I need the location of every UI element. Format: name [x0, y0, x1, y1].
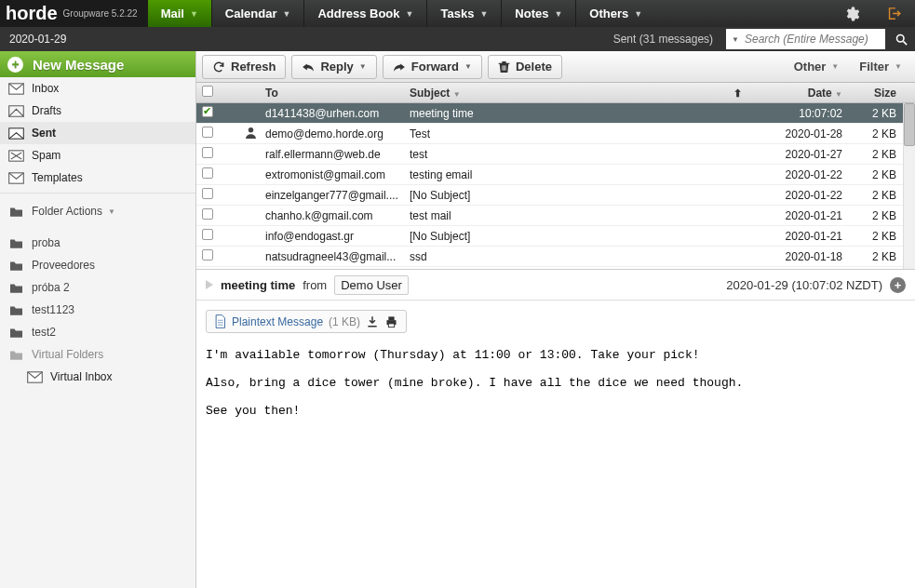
row-checkbox[interactable]: [202, 208, 213, 220]
row-to: d1411438@urhen.com: [260, 107, 404, 120]
mailbox-templates[interactable]: Templates: [0, 167, 195, 189]
nav-notes[interactable]: Notes▼: [501, 0, 575, 27]
folder-proveedores[interactable]: Proveedores: [0, 254, 195, 276]
nav-calendar[interactable]: Calendar▼: [211, 0, 304, 27]
row-checkbox[interactable]: [202, 167, 213, 179]
row-to: chanho.k@gmail.com: [260, 209, 404, 222]
chevron-down-icon: ▼: [406, 9, 414, 19]
folder-actions[interactable]: Folder Actions ▼: [0, 200, 195, 222]
col-to[interactable]: To: [260, 87, 404, 100]
other-menu[interactable]: Other▼: [787, 60, 847, 74]
chevron-down-icon: ▼: [282, 9, 290, 19]
folder-test1123[interactable]: test1123: [0, 299, 195, 321]
download-icon[interactable]: [366, 315, 379, 328]
search-dropdown-icon[interactable]: ▼: [732, 35, 739, 44]
row-checkbox[interactable]: [202, 249, 213, 261]
mailbox-drafts[interactable]: Drafts: [0, 100, 195, 122]
folder-próba 2[interactable]: próba 2: [0, 276, 195, 299]
message-row[interactable]: natsudragneel43@gmail... ssd 2020-01-18 …: [196, 247, 915, 267]
svg-point-0: [896, 34, 904, 42]
row-size: 2 KB: [848, 127, 902, 140]
attachment-label: Plaintext Message: [232, 315, 323, 328]
message-row[interactable]: demo@demo.horde.org Test 2020-01-28 2 KB: [196, 124, 915, 144]
sent-icon: [7, 127, 24, 140]
virtual-folders[interactable]: Virtual Folders: [0, 343, 195, 366]
row-subject: meeting time: [404, 107, 721, 120]
mailbox-spam[interactable]: Spam: [0, 144, 195, 167]
refresh-button[interactable]: Refresh: [202, 55, 286, 79]
chevron-down-icon: ▼: [453, 90, 461, 99]
row-subject: testing email: [404, 168, 721, 181]
row-checkbox[interactable]: [202, 106, 213, 117]
trash-icon: [498, 60, 510, 74]
logout-button[interactable]: [873, 0, 915, 27]
row-checkbox[interactable]: [202, 127, 213, 138]
mailbox-inbox[interactable]: Inbox: [0, 77, 195, 100]
row-checkbox[interactable]: [202, 188, 213, 199]
folder-test2[interactable]: test2: [0, 321, 195, 343]
new-message-button[interactable]: + New Message: [0, 51, 195, 77]
nav-others[interactable]: Others▼: [575, 0, 655, 27]
message-row[interactable]: einzelganger777@gmail.... [No Subject] 2…: [196, 185, 915, 206]
chevron-down-icon: ▼: [108, 207, 115, 216]
content: Refresh Reply ▼ Forward ▼ Delete Other▼: [196, 51, 915, 588]
mailbox-sent[interactable]: Sent: [0, 122, 195, 144]
svg-point-7: [249, 127, 253, 132]
nav-mail[interactable]: Mail▼: [147, 0, 211, 27]
row-date: 2020-01-27: [747, 148, 848, 161]
forward-icon: [393, 61, 406, 73]
nav-tasks[interactable]: Tasks▼: [426, 0, 501, 27]
chevron-down-icon: ▼: [831, 62, 839, 71]
search-button[interactable]: [887, 27, 915, 51]
forward-button[interactable]: Forward ▼: [383, 55, 482, 79]
preview-from-label: from: [303, 278, 327, 292]
preview-subject: meeting time: [221, 278, 295, 292]
print-icon[interactable]: [384, 315, 398, 328]
select-all-checkbox[interactable]: [202, 86, 213, 97]
row-checkbox[interactable]: [202, 147, 213, 158]
scrollbar-thumb[interactable]: [904, 103, 915, 146]
settings-button[interactable]: [830, 0, 873, 27]
message-row[interactable]: info@endogast.gr [No Subject] 2020-01-21…: [196, 226, 915, 247]
search-input[interactable]: [745, 33, 880, 46]
row-to: ralf.ellermann@web.de: [260, 148, 404, 161]
brand: horde Groupware 5.2.22: [0, 0, 147, 27]
filter-menu[interactable]: Filter▼: [852, 60, 909, 74]
top-nav: horde Groupware 5.2.22 Mail▼Calendar▼Add…: [0, 0, 915, 27]
spam-icon: [7, 149, 24, 162]
message-row[interactable]: ralf.ellermann@web.de test 2020-01-27 2 …: [196, 144, 915, 165]
row-size: 2 KB: [848, 250, 902, 263]
folder-proba[interactable]: proba: [0, 232, 195, 254]
sort-arrow-icon[interactable]: ⬆: [733, 87, 742, 99]
reply-button[interactable]: Reply ▼: [291, 55, 376, 79]
message-list: d1411438@urhen.com meeting time 10:07:02…: [196, 103, 915, 269]
brand-logo: horde: [6, 3, 58, 24]
preview-from-user[interactable]: Demo User: [334, 275, 409, 295]
delete-button[interactable]: Delete: [488, 55, 562, 79]
folder-icon: [7, 259, 24, 272]
message-row[interactable]: chanho.k@gmail.com test mail 2020-01-21 …: [196, 206, 915, 226]
person-icon: [245, 127, 257, 139]
row-checkbox[interactable]: [202, 229, 213, 240]
current-date: 2020-01-29: [0, 33, 75, 46]
virtual-inbox[interactable]: Virtual Inbox: [0, 366, 195, 388]
chevron-down-icon: ▼: [359, 62, 367, 71]
row-subject: ssd: [404, 250, 721, 263]
col-subject[interactable]: Subject ▼: [404, 87, 721, 100]
col-date[interactable]: Date ▼: [747, 87, 848, 100]
col-size[interactable]: Size: [848, 87, 902, 100]
scrollbar[interactable]: [903, 103, 915, 269]
toolbar: Refresh Reply ▼ Forward ▼ Delete Other▼: [196, 51, 915, 83]
expand-message-button[interactable]: +: [890, 277, 906, 293]
message-row[interactable]: d1411438@urhen.com meeting time 10:07:02…: [196, 103, 915, 124]
row-subject: test: [404, 148, 721, 161]
expand-icon[interactable]: [206, 280, 213, 289]
nav-address book[interactable]: Address Book▼: [303, 0, 426, 27]
row-date: 2020-01-21: [747, 209, 848, 222]
row-size: 2 KB: [848, 107, 902, 120]
attachment-item[interactable]: Plaintext Message (1 KB): [206, 310, 407, 333]
row-size: 2 KB: [848, 209, 902, 222]
message-row[interactable]: extromonist@gmail.com testing email 2020…: [196, 165, 915, 185]
row-date: 2020-01-18: [747, 250, 848, 263]
search-box[interactable]: ▼: [726, 29, 885, 49]
